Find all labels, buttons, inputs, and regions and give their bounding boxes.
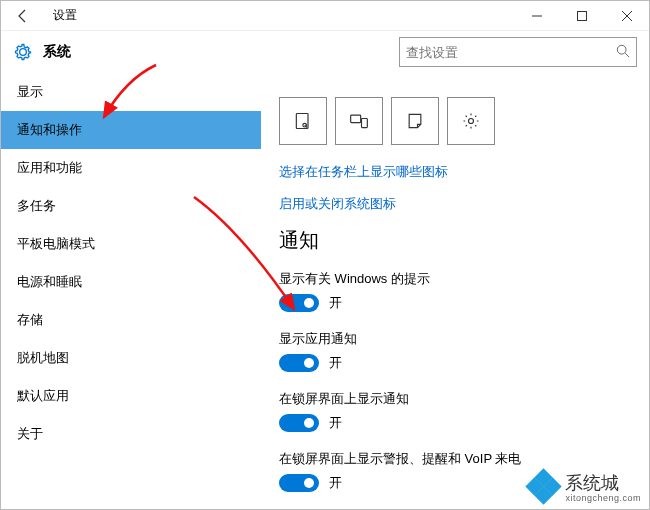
quick-actions-row [279, 97, 631, 145]
window-controls [514, 1, 649, 31]
sidebar-item-label: 默认应用 [17, 387, 69, 405]
gear-icon [13, 42, 33, 62]
svg-rect-1 [577, 11, 586, 20]
toggle-label: 在锁屏界面上显示警报、提醒和 VoIP 来电 [279, 450, 631, 468]
link-taskbar-icons[interactable]: 选择在任务栏上显示哪些图标 [279, 163, 631, 181]
sidebar-item-offline-maps[interactable]: 脱机地图 [1, 339, 261, 377]
search-box[interactable] [399, 37, 637, 67]
sidebar-item-label: 平板电脑模式 [17, 235, 95, 253]
window-title: 设置 [53, 7, 77, 24]
sidebar: 显示 通知和操作 应用和功能 多任务 平板电脑模式 电源和睡眠 存储 脱机地图 … [1, 73, 261, 509]
sidebar-item-label: 应用和功能 [17, 159, 82, 177]
settings-gear-icon [461, 111, 481, 131]
toggle-switch[interactable] [279, 414, 319, 432]
sidebar-item-notifications[interactable]: 通知和操作 [1, 111, 261, 149]
toggle-state: 开 [329, 474, 342, 492]
sidebar-item-tablet[interactable]: 平板电脑模式 [1, 225, 261, 263]
content-pane: 选择在任务栏上显示哪些图标 启用或关闭系统图标 通知 显示有关 Windows … [261, 73, 649, 509]
sidebar-item-apps[interactable]: 应用和功能 [1, 149, 261, 187]
sidebar-item-label: 存储 [17, 311, 43, 329]
toggle-state: 开 [329, 354, 342, 372]
sidebar-item-multitask[interactable]: 多任务 [1, 187, 261, 225]
toggle-label: 在锁屏界面上显示通知 [279, 390, 631, 408]
toggle-state: 开 [329, 294, 342, 312]
project-icon [349, 111, 369, 131]
minimize-button[interactable] [514, 1, 559, 31]
quick-action-note[interactable] [391, 97, 439, 145]
back-button[interactable] [9, 2, 37, 30]
tablet-touch-icon [293, 111, 313, 131]
toggle-switch[interactable] [279, 294, 319, 312]
note-icon [405, 111, 425, 131]
section-heading-notifications: 通知 [279, 227, 631, 254]
sidebar-item-power[interactable]: 电源和睡眠 [1, 263, 261, 301]
header: 系统 [1, 31, 649, 73]
toggle-label: 显示有关 Windows 的提示 [279, 270, 631, 288]
settings-window: 设置 系统 显示 通知和操作 应用和功能 多任务 平板电脑模式 电源和睡眠 存 [0, 0, 650, 510]
toggle-windows-tips: 显示有关 Windows 的提示 开 [279, 270, 631, 312]
svg-rect-9 [362, 119, 368, 128]
svg-point-4 [617, 45, 626, 54]
toggle-app-notifications: 显示应用通知 开 [279, 330, 631, 372]
page-title: 系统 [43, 43, 71, 61]
toggle-lockscreen-alarms: 在锁屏界面上显示警报、提醒和 VoIP 来电 开 [279, 450, 631, 492]
sidebar-item-label: 多任务 [17, 197, 56, 215]
sidebar-item-about[interactable]: 关于 [1, 415, 261, 453]
svg-line-5 [625, 53, 629, 57]
sidebar-item-label: 关于 [17, 425, 43, 443]
clipped-header [279, 79, 631, 87]
sidebar-item-label: 脱机地图 [17, 349, 69, 367]
quick-action-tablet[interactable] [279, 97, 327, 145]
sidebar-item-label: 显示 [17, 83, 43, 101]
maximize-button[interactable] [559, 1, 604, 31]
toggle-label: 显示应用通知 [279, 330, 631, 348]
toggle-switch[interactable] [279, 354, 319, 372]
quick-action-project[interactable] [335, 97, 383, 145]
titlebar: 设置 [1, 1, 649, 31]
toggle-state: 开 [329, 414, 342, 432]
search-icon [616, 44, 630, 61]
toggle-lockscreen-notifications: 在锁屏界面上显示通知 开 [279, 390, 631, 432]
sidebar-item-storage[interactable]: 存储 [1, 301, 261, 339]
sidebar-item-label: 电源和睡眠 [17, 273, 82, 291]
sidebar-item-display[interactable]: 显示 [1, 73, 261, 111]
sidebar-item-default-apps[interactable]: 默认应用 [1, 377, 261, 415]
sidebar-item-label: 通知和操作 [17, 121, 82, 139]
link-system-icons[interactable]: 启用或关闭系统图标 [279, 195, 631, 213]
quick-action-settings[interactable] [447, 97, 495, 145]
search-input[interactable] [406, 45, 616, 60]
close-button[interactable] [604, 1, 649, 31]
svg-point-10 [469, 119, 474, 124]
svg-rect-8 [351, 115, 361, 123]
toggle-switch[interactable] [279, 474, 319, 492]
